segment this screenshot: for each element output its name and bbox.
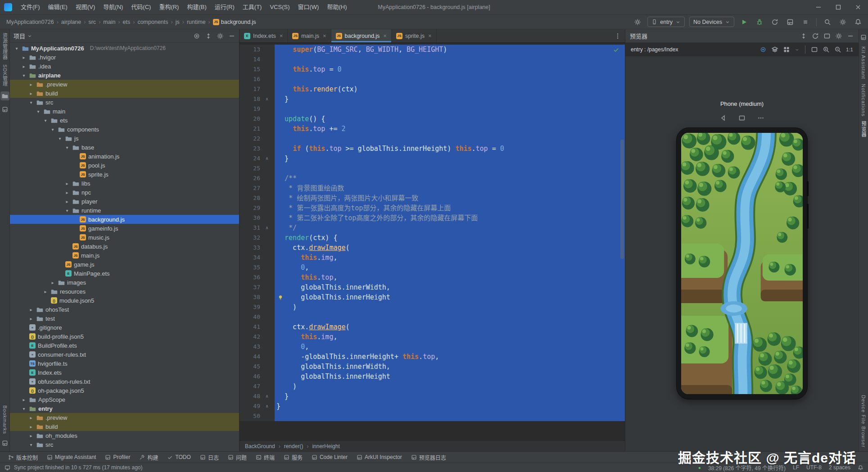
tree-row[interactable]: {}build-profile.json5 <box>10 332 239 341</box>
tool-button-notifications[interactable]: Notifications <box>861 84 866 117</box>
chevron-right-icon[interactable]: ▸ <box>64 190 70 195</box>
minimize-button[interactable] <box>809 0 828 14</box>
close-tab-icon[interactable]: × <box>280 32 283 39</box>
tool-button-bookmarks[interactable]: Bookmarks <box>2 405 8 434</box>
toolwindow-button[interactable]: 服务 <box>280 452 306 463</box>
code-line[interactable]: 32 render(ctx) { <box>240 233 625 243</box>
chevron-right-icon[interactable]: ▸ <box>28 91 34 96</box>
code-line[interactable]: 31∧ */ <box>240 223 625 233</box>
toolwindow-button[interactable]: 日志 <box>196 452 222 463</box>
editor-scrollbar[interactable] <box>620 140 624 259</box>
breadcrumb-item[interactable]: components <box>137 19 168 25</box>
chevron-down-icon[interactable] <box>795 47 800 52</box>
chevron-right-icon[interactable]: ▸ <box>28 307 34 312</box>
toolwindow-button[interactable]: 问题 <box>224 452 250 463</box>
chevron-down-icon[interactable]: ▾ <box>64 145 70 150</box>
menu-item[interactable]: 导航(N) <box>99 0 127 14</box>
tool-button-kit-assistant[interactable]: Kit Assistant <box>861 46 866 79</box>
zoom-in-icon[interactable] <box>823 46 830 53</box>
device-selector[interactable]: No Devices <box>689 17 734 27</box>
editor-options-icon[interactable] <box>610 29 625 42</box>
orientation-icon[interactable] <box>738 114 746 122</box>
tree-row[interactable]: ▾js <box>10 134 239 143</box>
code-line[interactable]: 22 <box>240 134 625 144</box>
code-line[interactable]: 19 <box>240 104 625 114</box>
tree-row[interactable]: JSanimation.js <box>10 152 239 161</box>
toolwindow-button[interactable]: 终端 <box>252 452 278 463</box>
code-line[interactable]: 24∧ } <box>240 154 625 163</box>
close-button[interactable] <box>848 0 868 14</box>
breadcrumb-item[interactable]: runtime <box>187 19 206 25</box>
previewer-settings-icon[interactable] <box>835 32 842 40</box>
tree-row[interactable]: ▸npc <box>10 188 239 197</box>
editor-tab[interactable]: JSbackground.js× <box>331 29 392 42</box>
stop-button[interactable] <box>800 17 811 27</box>
panel-settings-icon[interactable] <box>217 32 224 40</box>
tree-row[interactable]: ▾components <box>10 125 239 134</box>
code-line[interactable]: 26 /** <box>240 173 625 183</box>
search-everywhere-button[interactable] <box>822 17 833 27</box>
settings-button[interactable] <box>837 17 848 27</box>
grid-view-icon[interactable] <box>783 46 790 53</box>
expand-icon[interactable] <box>800 32 807 40</box>
notifications-bell-icon[interactable] <box>858 465 863 471</box>
tree-row[interactable]: ▾MyApplication0726D:\work\test\MyApplica… <box>10 44 239 53</box>
editor-tab[interactable]: EIndex.ets× <box>240 29 288 42</box>
code-line[interactable]: 27 * 背景图重绘函数 <box>240 183 625 193</box>
tree-row[interactable]: ▸oh_modules <box>10 431 239 440</box>
breadcrumb-item[interactable]: MyApplication0726 <box>6 19 54 25</box>
project-tool-button[interactable] <box>0 91 9 100</box>
editor-breadcrumb-item[interactable]: BackGround <box>245 443 275 449</box>
tree-row[interactable]: ▾ets <box>10 116 239 125</box>
code-line[interactable]: 13 super(BG_IMG_SRC, BG_WIDTH, BG_HEIGHT… <box>240 45 625 54</box>
chevron-down-icon[interactable]: ▾ <box>64 208 70 213</box>
tree-row[interactable]: ▸build <box>10 422 239 431</box>
chevron-down-icon[interactable]: ▾ <box>28 100 34 105</box>
breadcrumb-item[interactable]: js <box>176 19 180 25</box>
code-line[interactable]: 20 update() { <box>240 114 625 124</box>
tree-row[interactable]: ▾base <box>10 143 239 152</box>
fit-frame-icon[interactable] <box>811 46 818 53</box>
tree-row[interactable]: ▸ohosTest <box>10 305 239 314</box>
code-line[interactable]: 21 this.top += 2 <box>240 124 625 134</box>
code-line[interactable]: 28 * 绘制两张图片，两张图片大小和屏幕一致 <box>240 193 625 203</box>
tree-row[interactable]: JSbackground.js <box>10 215 239 224</box>
code-line[interactable]: 47 ) <box>240 381 625 391</box>
menu-item[interactable]: 窗口(W) <box>294 0 323 14</box>
chevron-right-icon[interactable]: ▸ <box>28 316 34 321</box>
menu-item[interactable]: 代码(C) <box>127 0 155 14</box>
tool-button-device-file-browser[interactable]: Device File Browser <box>861 395 866 448</box>
tree-row[interactable]: JSpool.js <box>10 161 239 170</box>
refresh-preview-icon[interactable] <box>812 32 819 40</box>
breadcrumb-item[interactable]: main <box>103 19 115 25</box>
tree-row[interactable]: {}module.json5 <box>10 296 239 305</box>
code-editor[interactable]: 13 super(BG_IMG_SRC, BG_WIDTH, BG_HEIGHT… <box>240 43 625 440</box>
toolwindow-button[interactable]: Migrate Assistant <box>43 452 99 463</box>
toolwindow-button[interactable]: TODO <box>163 452 194 463</box>
more-options-icon[interactable] <box>757 114 764 122</box>
toolwindow-button[interactable]: 版本控制 <box>5 452 41 463</box>
tree-row[interactable]: EMainPage.ets <box>10 269 239 278</box>
tree-row[interactable]: ▾airplane <box>10 71 239 80</box>
code-line[interactable]: 38 globalThis.innerHeight <box>240 292 625 302</box>
hide-previewer-icon[interactable] <box>847 32 854 40</box>
chevron-right-icon[interactable]: ▸ <box>28 415 34 420</box>
breadcrumb-item[interactable]: src <box>88 19 96 25</box>
tree-row[interactable]: ▸libs <box>10 179 239 188</box>
inspections-ok-icon[interactable] <box>613 46 619 55</box>
module-selector[interactable]: entry <box>647 17 685 27</box>
chevron-right-icon[interactable]: ▸ <box>28 433 34 438</box>
breadcrumb-item[interactable]: airplane <box>61 19 81 25</box>
bookmarks-icon[interactable] <box>0 439 9 448</box>
menu-item[interactable]: 构建(B) <box>183 0 210 14</box>
chevron-right-icon[interactable]: ▸ <box>42 289 49 294</box>
editor-tab[interactable]: JSsprite.js× <box>392 29 437 42</box>
code-line[interactable]: 42 this.img, <box>240 332 625 342</box>
tree-row[interactable]: ▸AppScope <box>10 395 239 404</box>
chevron-right-icon[interactable]: ▸ <box>21 55 27 60</box>
menu-item[interactable]: 视图(V) <box>72 0 99 14</box>
code-line[interactable]: 33 ctx.drawImage( <box>240 243 625 253</box>
chevron-down-icon[interactable]: ▾ <box>35 109 41 114</box>
chevron-down-icon[interactable]: ▾ <box>28 442 34 447</box>
locate-file-icon[interactable] <box>193 32 200 40</box>
